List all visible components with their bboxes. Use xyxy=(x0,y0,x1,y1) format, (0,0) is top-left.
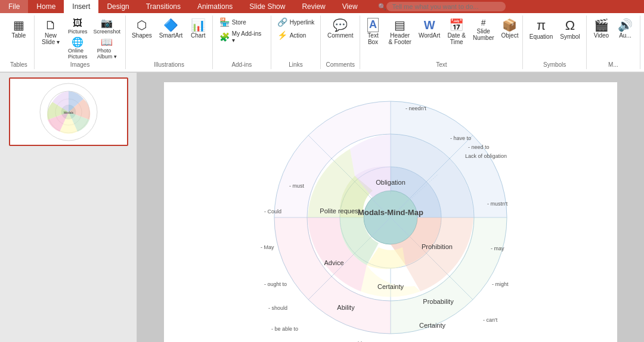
datetime-button[interactable]: 📅 Date &Time xyxy=(445,17,468,46)
video-button[interactable]: 🎬 Video xyxy=(590,17,612,40)
action-button[interactable]: ⚡ Action xyxy=(275,30,308,41)
svg-text:Polite request: Polite request xyxy=(320,207,360,214)
table-button[interactable]: ▦ Table xyxy=(8,17,29,40)
hyperlink-button[interactable]: 🔗 Hyperlink xyxy=(275,17,317,27)
svg-text:- May: - May xyxy=(261,244,274,250)
ribbon-group-images: 🗋 NewSlide ▾ 🖼 Pictures 🌐 OnlinePictures xyxy=(35,15,126,69)
slide-thumbnail[interactable]: Modals xyxy=(9,77,128,146)
ribbon-group-tables: ▦ Table Tables xyxy=(4,15,35,69)
ribbon-group-media: 🎬 Video 🔊 Au... M... xyxy=(587,15,640,69)
ribbon-content: ▦ Table Tables 🗋 NewSlide ▾ 🖼 Pictures xyxy=(0,13,644,72)
online-pictures-button[interactable]: 🌐 OnlinePictures xyxy=(66,36,89,60)
slide-number-button[interactable]: # SlideNumber xyxy=(470,17,497,42)
svg-text:- Could: - Could xyxy=(264,209,281,214)
ribbon-group-text: A TextBox ▤ Header& Footer W WordArt 📅 D… xyxy=(360,15,523,69)
pictures-button[interactable]: 🖼 Pictures xyxy=(66,17,89,35)
tab-animations[interactable]: Animations xyxy=(189,0,241,13)
ribbon-tab-bar: File Home Insert Design Transitions Anim… xyxy=(0,0,644,13)
ribbon: File Home Insert Design Transitions Anim… xyxy=(0,0,644,73)
photo-album-button[interactable]: 📖 PhotoAlbum ▾ xyxy=(92,36,123,60)
new-slide-button[interactable]: 🗋 NewSlide ▾ xyxy=(38,17,64,46)
svg-text:- have to: - have to xyxy=(450,135,471,141)
svg-text:Modals-Mind-Map: Modals-Mind-Map xyxy=(358,208,423,217)
tab-transitions[interactable]: Transitions xyxy=(138,0,189,13)
tab-view[interactable]: View xyxy=(334,0,366,13)
svg-text:Prohibition: Prohibition xyxy=(422,243,453,250)
object-button[interactable]: 📦 Object xyxy=(499,17,521,40)
svg-text:Lack of obligation: Lack of obligation xyxy=(465,153,507,159)
ribbon-group-illustrations: ⬡ Shapes 🔷 SmartArt 📊 Chart Illustration… xyxy=(126,15,212,69)
svg-text:- must: - must xyxy=(289,183,305,189)
slide-canvas: .map-text { font-family: Arial, sans-ser… xyxy=(164,82,617,342)
svg-text:- be able to: - be able to xyxy=(271,326,298,332)
tab-home[interactable]: Home xyxy=(28,0,64,13)
svg-text:Ability: Ability xyxy=(337,304,355,311)
svg-text:Probability: Probability xyxy=(423,298,454,305)
slide-panel: Modals xyxy=(0,73,137,342)
svg-text:- need to: - need to xyxy=(468,144,490,150)
svg-text:Modals: Modals xyxy=(63,111,73,114)
symbol-button[interactable]: Ω Symbol xyxy=(558,17,582,41)
svg-text:Certainty: Certainty xyxy=(377,283,404,290)
screenshot-button[interactable]: 📷 Screenshot xyxy=(92,17,123,35)
my-addins-button[interactable]: 🧩 My Add-ins ▾ xyxy=(218,30,266,44)
header-footer-button[interactable]: ▤ Header& Footer xyxy=(386,17,414,46)
canvas-area[interactable]: .map-text { font-family: Arial, sans-ser… xyxy=(137,73,644,342)
svg-text:- might: - might xyxy=(492,281,509,287)
wordart-button[interactable]: W WordArt xyxy=(416,17,443,40)
tab-design[interactable]: Design xyxy=(98,0,137,13)
tab-slideshow[interactable]: Slide Show xyxy=(241,0,293,13)
main-area: Modals .map-text { font-family: Arial, s… xyxy=(0,73,644,342)
svg-text:- should: - should xyxy=(268,305,287,311)
ribbon-group-addins: 🏪 Store 🧩 My Add-ins ▾ Add-ins xyxy=(213,15,271,69)
svg-text:Advice: Advice xyxy=(324,259,343,266)
tab-review[interactable]: Review xyxy=(293,0,333,13)
equation-button[interactable]: π Equation xyxy=(527,17,555,41)
audio-button[interactable]: 🔊 Au... xyxy=(614,17,636,40)
svg-text:- may: - may xyxy=(491,245,504,251)
chart-button[interactable]: 📊 Chart xyxy=(187,17,209,40)
shapes-button[interactable]: ⬡ Shapes xyxy=(129,17,154,40)
textbox-button[interactable]: A TextBox xyxy=(363,17,384,46)
smartart-button[interactable]: 🔷 SmartArt xyxy=(157,17,185,40)
mindmap-svg: .map-text { font-family: Arial, sans-ser… xyxy=(236,83,546,342)
search-input[interactable] xyxy=(386,2,506,11)
ribbon-group-symbols: π Equation Ω Symbol Symbols xyxy=(523,15,586,69)
comment-button[interactable]: 💬 Comment xyxy=(325,17,355,40)
svg-text:- can't: - can't xyxy=(483,317,498,323)
svg-text:- mustn't: - mustn't xyxy=(487,201,508,207)
ribbon-group-comments: 💬 Comment Comments xyxy=(321,15,360,69)
store-button[interactable]: 🏪 Store xyxy=(218,17,248,27)
svg-text:- needn't: - needn't xyxy=(405,105,426,111)
svg-text:Obligation: Obligation xyxy=(376,179,405,186)
ribbon-group-links: 🔗 Hyperlink ⚡ Action Links xyxy=(271,15,321,69)
svg-text:Certainty: Certainty xyxy=(419,322,446,329)
tab-insert[interactable]: Insert xyxy=(64,0,98,13)
svg-text:- ought to: - ought to xyxy=(264,281,287,287)
tab-file[interactable]: File xyxy=(0,0,28,13)
